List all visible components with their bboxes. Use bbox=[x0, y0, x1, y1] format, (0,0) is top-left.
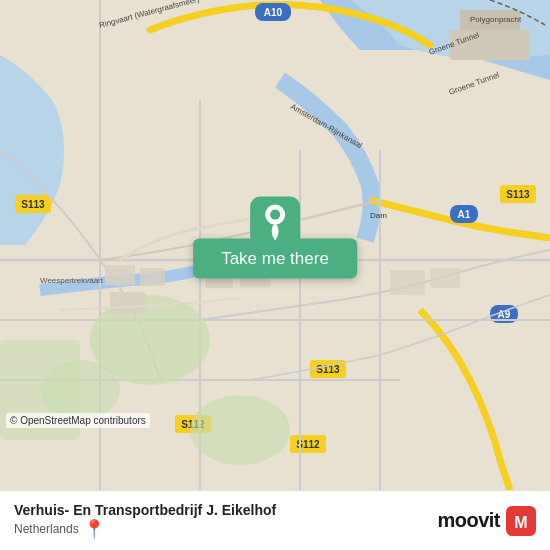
svg-text:Weespertrekvaart: Weespertrekvaart bbox=[40, 276, 104, 285]
svg-text:M: M bbox=[514, 514, 527, 531]
svg-text:S113: S113 bbox=[506, 189, 530, 200]
location-info: Verhuis- En Transportbedrijf J. Eikelhof… bbox=[14, 502, 437, 540]
svg-text:S113: S113 bbox=[21, 199, 45, 210]
map-container: S113 S113 S113 S112 S112 A10 A1 A9 bbox=[0, 0, 550, 490]
moovit-logo-icon: M bbox=[506, 506, 536, 536]
location-country: Netherlands 📍 bbox=[14, 518, 437, 540]
bottom-bar: Verhuis- En Transportbedrijf J. Eikelhof… bbox=[0, 490, 550, 550]
svg-text:Dam: Dam bbox=[370, 211, 387, 220]
svg-rect-42 bbox=[390, 270, 425, 295]
location-pin-icon bbox=[248, 195, 302, 249]
svg-rect-39 bbox=[110, 292, 145, 314]
svg-text:A10: A10 bbox=[264, 7, 283, 18]
svg-rect-38 bbox=[140, 268, 165, 286]
svg-point-27 bbox=[190, 395, 290, 465]
moovit-logo: moovit M bbox=[437, 506, 536, 536]
cta-overlay: Take me there bbox=[193, 195, 357, 279]
svg-rect-37 bbox=[105, 265, 135, 285]
svg-text:A1: A1 bbox=[458, 209, 471, 220]
moovit-brand-text: moovit bbox=[437, 509, 500, 532]
pin-container bbox=[248, 195, 302, 249]
location-pin-small-icon: 📍 bbox=[83, 518, 105, 540]
osm-credit: © OpenStreetMap contributors bbox=[6, 413, 150, 428]
country-text: Netherlands bbox=[14, 522, 79, 536]
svg-rect-43 bbox=[430, 268, 460, 288]
location-name: Verhuis- En Transportbedrijf J. Eikelhof bbox=[14, 502, 437, 518]
svg-text:Polygonpracht: Polygonpracht bbox=[470, 15, 522, 24]
svg-point-46 bbox=[270, 210, 280, 220]
